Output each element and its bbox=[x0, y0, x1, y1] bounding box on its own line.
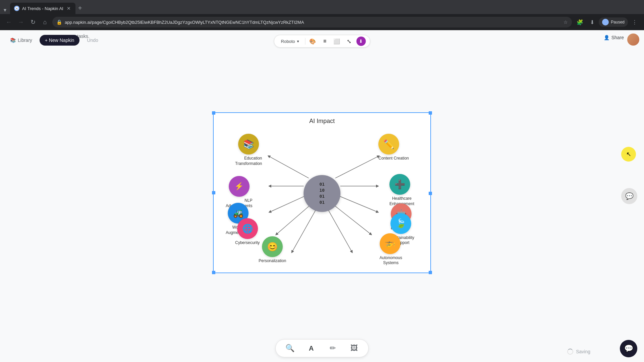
menu-icon[interactable]: ⋮ bbox=[629, 17, 640, 27]
personalization-icon-circle: 😊 bbox=[262, 236, 283, 257]
bookmark-icon[interactable]: ☆ bbox=[564, 19, 568, 25]
download-icon[interactable]: ⬇ bbox=[587, 17, 597, 27]
content-icon: ✏️ bbox=[383, 139, 394, 149]
list-icon[interactable]: ≡ bbox=[320, 37, 329, 46]
url-bar[interactable]: 🔒 app.napkin.ai/page/CgoiCHByb2Qtb25lEiw… bbox=[52, 17, 572, 27]
extensions-icon[interactable]: 🧩 bbox=[575, 17, 585, 27]
content-label: Content Creation bbox=[378, 156, 409, 161]
node-content: ✏️ Content Creation bbox=[378, 134, 409, 161]
handle-bottom-left[interactable] bbox=[212, 271, 215, 274]
canvas-area: AI Impact bbox=[0, 50, 644, 335]
active-tab[interactable]: N AI Trends - Napkin AI ✕ bbox=[10, 3, 75, 14]
lock-icon: 🔒 bbox=[56, 19, 62, 25]
search-tool-icon: 🔍 bbox=[285, 344, 294, 353]
tab-switcher[interactable]: ▼ bbox=[3, 7, 10, 14]
side-chat-icon: 💬 bbox=[625, 192, 634, 200]
image-tool-icon: 🖼 bbox=[351, 344, 358, 353]
palette-icon[interactable]: 🎨 bbox=[308, 37, 317, 46]
search-tool-button[interactable]: 🔍 bbox=[284, 342, 296, 354]
tab-close-button[interactable]: ✕ bbox=[66, 5, 71, 12]
undo-label: Undo bbox=[87, 38, 98, 43]
forward-button[interactable]: → bbox=[16, 17, 25, 27]
formatting-toolbar: Roboto ▼ 🎨 ≡ ⬜ ⤡ ⬇ bbox=[274, 35, 370, 48]
text-tool-icon: A bbox=[309, 345, 314, 352]
chat-bottom-icon: 💬 bbox=[624, 344, 633, 353]
content-icon-circle: ✏️ bbox=[378, 134, 399, 155]
node-personalization: 😊 Personalization bbox=[259, 236, 286, 264]
nlp-icon: ⚡ bbox=[234, 182, 244, 191]
chat-button-bottom[interactable]: 💬 bbox=[620, 340, 637, 357]
home-button[interactable]: ⌂ bbox=[40, 17, 50, 27]
diagram-container[interactable]: AI Impact bbox=[213, 112, 431, 273]
personalization-label: Personalization bbox=[259, 258, 286, 264]
tab-bar: ▼ N AI Trends - Napkin AI ✕ + bbox=[0, 0, 644, 14]
saving-label: Saving bbox=[576, 349, 590, 354]
node-healthcare: ➕ HealthcareEnhancement bbox=[389, 174, 414, 206]
font-label: Roboto bbox=[281, 39, 295, 44]
saving-indicator: Saving bbox=[567, 349, 590, 355]
center-hub: 01100101 bbox=[304, 175, 340, 212]
healthcare-icon-circle: ➕ bbox=[389, 174, 410, 195]
workforce-icon: 🚜 bbox=[233, 208, 244, 219]
paused-avatar bbox=[602, 19, 609, 25]
handle-top-left[interactable] bbox=[212, 111, 215, 115]
pen-tool-icon: ✏ bbox=[330, 344, 336, 353]
handle-mid-left[interactable] bbox=[212, 191, 215, 194]
divider-1 bbox=[305, 38, 305, 45]
url-text: app.napkin.ai/page/CgoiCHByb2Qtb25lEiwKB… bbox=[65, 20, 561, 25]
expand-icon[interactable]: ⤡ bbox=[344, 37, 354, 46]
svg-text:N: N bbox=[16, 7, 17, 10]
sustainability-icon: 🍃 bbox=[395, 218, 406, 229]
svg-line-8 bbox=[338, 195, 378, 212]
diagram-title: AI Impact bbox=[214, 118, 430, 125]
svg-line-12 bbox=[327, 208, 352, 252]
cybersecurity-icon: 🌐 bbox=[242, 224, 253, 234]
page-content: 📚 Library + New Napkin Undo Roboto ▼ 🎨 ≡… bbox=[0, 30, 644, 362]
education-label: EducationTransformation bbox=[235, 156, 262, 166]
education-icon: 📚 bbox=[243, 139, 254, 149]
yellow-cursor-indicator: ↖ bbox=[621, 147, 636, 162]
font-dropdown-icon: ▼ bbox=[297, 40, 300, 43]
back-button[interactable]: ← bbox=[4, 17, 13, 27]
library-label: Library bbox=[18, 38, 32, 43]
new-napkin-button[interactable]: + New Napkin bbox=[40, 35, 80, 46]
image-tool-button[interactable]: 🖼 bbox=[348, 342, 360, 354]
address-bar: ← → ↻ ⌂ 🔒 app.napkin.ai/page/CgoiCHByb2Q… bbox=[0, 14, 644, 30]
svg-line-10 bbox=[333, 204, 371, 234]
svg-line-3 bbox=[269, 156, 309, 178]
saving-spinner bbox=[567, 349, 573, 355]
font-selector[interactable]: Roboto ▼ bbox=[278, 38, 303, 45]
handle-mid-right[interactable] bbox=[429, 192, 432, 195]
library-button[interactable]: 📚 Library bbox=[7, 36, 36, 45]
undo-button[interactable]: Undo bbox=[84, 36, 101, 45]
side-chat-button[interactable]: 💬 bbox=[621, 188, 637, 204]
library-icon: 📚 bbox=[10, 38, 16, 43]
handle-top-right[interactable] bbox=[429, 111, 432, 115]
cybersecurity-label: Cybersecurity bbox=[235, 240, 260, 246]
new-tab-button[interactable]: + bbox=[75, 3, 85, 13]
text-tool-button[interactable]: A bbox=[305, 342, 317, 354]
cursor-arrow-icon: ↖ bbox=[626, 150, 631, 158]
svg-line-7 bbox=[270, 195, 306, 212]
svg-line-11 bbox=[292, 208, 317, 252]
autonomous-icon-circle: 🚁 bbox=[380, 233, 400, 254]
svg-line-9 bbox=[276, 204, 311, 234]
paused-label: Paused bbox=[611, 20, 625, 24]
autonomous-label: AutonomousSystems bbox=[380, 255, 402, 266]
pen-tool-button[interactable]: ✏ bbox=[327, 342, 339, 354]
nlp-icon-circle: ⚡ bbox=[229, 176, 250, 197]
browser-chrome: ▼ N AI Trends - Napkin AI ✕ + ← → ↻ ⌂ 🔒 … bbox=[0, 0, 644, 30]
cybersecurity-icon-circle: 🌐 bbox=[237, 218, 258, 239]
bottom-toolbar: 🔍 A ✏ 🖼 bbox=[275, 339, 369, 357]
download-btn[interactable]: ⬇ bbox=[356, 37, 366, 46]
svg-line-4 bbox=[335, 156, 379, 178]
healthcare-icon: ➕ bbox=[394, 179, 405, 190]
autonomous-icon: 🚁 bbox=[385, 238, 395, 249]
frame-icon[interactable]: ⬜ bbox=[332, 37, 341, 46]
new-napkin-label: + New Napkin bbox=[45, 38, 74, 43]
handle-bottom-right[interactable] bbox=[429, 271, 432, 274]
node-autonomous: 🚁 AutonomousSystems bbox=[380, 233, 402, 266]
paused-button[interactable]: Paused bbox=[599, 17, 628, 27]
education-icon-circle: 📚 bbox=[238, 134, 259, 155]
refresh-button[interactable]: ↻ bbox=[28, 17, 38, 27]
